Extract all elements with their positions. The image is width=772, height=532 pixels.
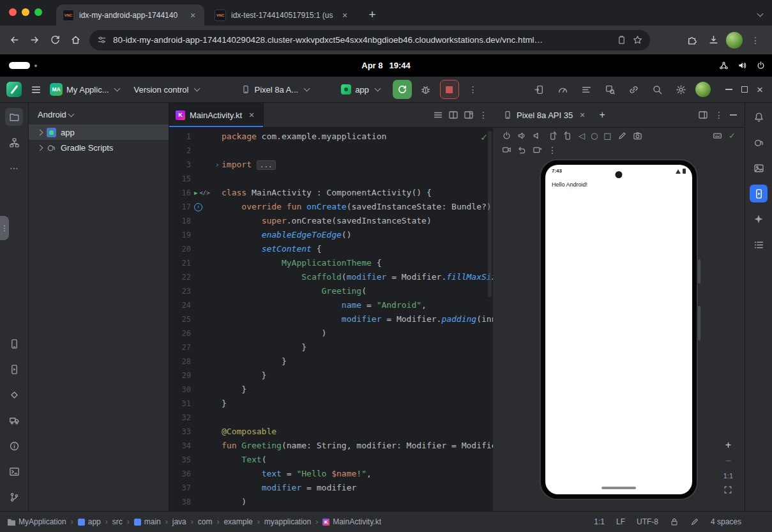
code-text[interactable]: Text( (222, 453, 493, 467)
add-device-button[interactable]: + (595, 106, 609, 124)
run-gutter-icon[interactable]: ▶ (194, 190, 197, 196)
browser-menu-icon[interactable]: ⋮ (746, 31, 764, 49)
gemini-sparkle-icon[interactable] (750, 210, 768, 228)
breadcrumb-item[interactable]: MyApplication (8, 517, 66, 526)
device-tab-pixel8a[interactable]: Pixel 8a API 35 × (498, 103, 593, 127)
tool-window-options-icon[interactable]: ⋮ (715, 110, 723, 119)
device-selector[interactable]: Pixel 8a A... (241, 84, 309, 95)
caret-position[interactable]: 1:1 (594, 517, 605, 526)
breadcrumb-item[interactable]: example (223, 517, 252, 526)
readonly-lock-icon[interactable] (670, 517, 679, 526)
project-tool-icon[interactable] (5, 108, 23, 126)
breadcrumb-item[interactable]: main (134, 517, 161, 526)
logcat-icon[interactable] (577, 80, 595, 98)
code-lines[interactable]: 1package com.example.myapplication23›imp… (169, 127, 493, 511)
code-line[interactable]: 31} (169, 397, 493, 411)
overview-button-icon[interactable]: □ (603, 132, 611, 140)
chevron-right-icon[interactable] (37, 129, 43, 135)
breadcrumb-item[interactable]: com (198, 517, 213, 526)
hierarchy-icon[interactable] (5, 133, 23, 151)
code-text[interactable]: @Composable (222, 425, 493, 439)
code-text[interactable] (222, 411, 493, 425)
device-manager-icon[interactable] (5, 335, 23, 353)
volume-icon[interactable] (738, 61, 747, 70)
code-text[interactable]: modifier = modifier (222, 481, 493, 495)
code-line[interactable]: 38 ) (169, 495, 493, 509)
code-line[interactable]: 32 (169, 411, 493, 425)
fit-to-screen-icon[interactable] (723, 485, 732, 494)
run-configuration-selector[interactable]: app (341, 84, 380, 95)
window-layout-icon[interactable] (698, 110, 708, 120)
code-text[interactable]: import ... (222, 158, 493, 172)
new-tab-button[interactable]: + (364, 6, 381, 23)
inspection-profile-icon[interactable] (690, 517, 699, 526)
code-text[interactable]: } (222, 369, 493, 383)
running-devices-icon[interactable] (750, 185, 768, 202)
code-text[interactable]: fun Greeting(name: String, modifier: Mod… (222, 439, 493, 453)
debug-button[interactable] (417, 80, 435, 98)
zoom-out-button[interactable]: − (725, 456, 731, 466)
code-text[interactable]: text = "Hello $name!", (222, 467, 493, 481)
power-button-icon[interactable] (502, 131, 511, 141)
extensions-icon[interactable] (683, 31, 700, 49)
version-control-icon[interactable] (5, 488, 23, 506)
gradle-icon[interactable] (750, 133, 768, 151)
code-line[interactable]: 25 modifier = Modifier.padding(innerPadd… (169, 312, 493, 326)
code-text[interactable]: Scaffold(modifier = Modifier.fillMaxSize… (222, 270, 493, 284)
breadcrumb-item[interactable]: myapplication (264, 517, 311, 526)
power-icon[interactable] (756, 61, 766, 70)
code-text[interactable]: super.onCreate(savedInstanceState) (222, 214, 493, 228)
editor-scrollbar[interactable] (488, 131, 492, 297)
network-icon[interactable] (719, 61, 729, 70)
code-line[interactable]: 23 Greeting( (169, 284, 493, 298)
home-button-icon[interactable]: ○ (591, 132, 598, 140)
rerun-button[interactable] (393, 80, 412, 99)
code-line[interactable]: 16▶</>class MainActivity : ComponentActi… (169, 186, 493, 200)
code-text[interactable]: class MainActivity : ComponentActivity()… (222, 186, 493, 200)
zoom-in-button[interactable]: + (725, 440, 731, 450)
code-text[interactable]: package com.example.myapplication (222, 130, 493, 144)
code-line[interactable]: 1package com.example.myapplication (169, 130, 493, 144)
breadcrumb-item[interactable]: java (172, 517, 186, 526)
volume-down-icon[interactable] (533, 131, 542, 141)
snapshot-camera-icon[interactable] (533, 145, 542, 155)
url-text[interactable]: 80-idx-my-android-app-1744140290428.clus… (113, 35, 610, 45)
search-everywhere-icon[interactable] (648, 80, 666, 98)
emulator-more-icon[interactable]: ⋮ (548, 146, 557, 155)
site-settings-icon[interactable] (97, 35, 107, 45)
code-text[interactable]: } (222, 340, 493, 354)
indent-setting[interactable]: 4 spaces (711, 517, 741, 526)
close-tab-icon[interactable]: × (340, 10, 350, 20)
close-tab-icon[interactable]: × (577, 110, 587, 120)
device-explorer-icon[interactable] (750, 159, 768, 177)
back-button[interactable] (5, 31, 23, 49)
close-icon[interactable]: × (757, 84, 763, 95)
minimize-window-button[interactable] (22, 8, 29, 16)
close-tab-icon[interactable]: × (188, 10, 198, 20)
running-devices-left-icon[interactable] (5, 360, 23, 378)
code-text[interactable]: MyApplicationTheme { (222, 256, 493, 270)
editor-more-icon[interactable]: ⋮ (479, 110, 488, 119)
plugin-icon[interactable] (624, 80, 642, 98)
vnc-control-bar-handle[interactable]: ⋮ (0, 216, 9, 240)
more-tool-windows-icon[interactable]: ⋯ (5, 159, 23, 177)
code-text[interactable] (222, 144, 493, 158)
version-control-widget[interactable]: Version control (133, 85, 199, 95)
code-line[interactable]: 21 MyApplicationTheme { (169, 256, 493, 270)
code-line[interactable]: 15 (169, 172, 493, 186)
screenshot-icon[interactable] (633, 131, 642, 141)
profile-avatar[interactable] (726, 32, 743, 49)
rotate-right-icon[interactable] (563, 131, 573, 141)
back-button-icon[interactable]: ◁ (579, 132, 585, 140)
code-line[interactable]: 28 } (169, 354, 493, 369)
downloads-icon[interactable] (704, 31, 722, 49)
device-mirror-icon[interactable] (530, 80, 548, 98)
code-line[interactable]: 37 modifier = modifier (169, 481, 493, 495)
breadcrumb-item[interactable]: src (112, 517, 123, 526)
address-bar[interactable]: 80-idx-my-android-app-1744140290428.clus… (89, 30, 650, 50)
code-line[interactable]: 17↑ override fun onCreate(savedInstanceS… (169, 200, 493, 214)
code-line[interactable]: 20 setContent { (169, 242, 493, 256)
gesture-bar[interactable] (602, 487, 636, 489)
chevron-right-icon[interactable] (37, 144, 43, 151)
hide-tool-window-icon[interactable] (730, 114, 737, 116)
